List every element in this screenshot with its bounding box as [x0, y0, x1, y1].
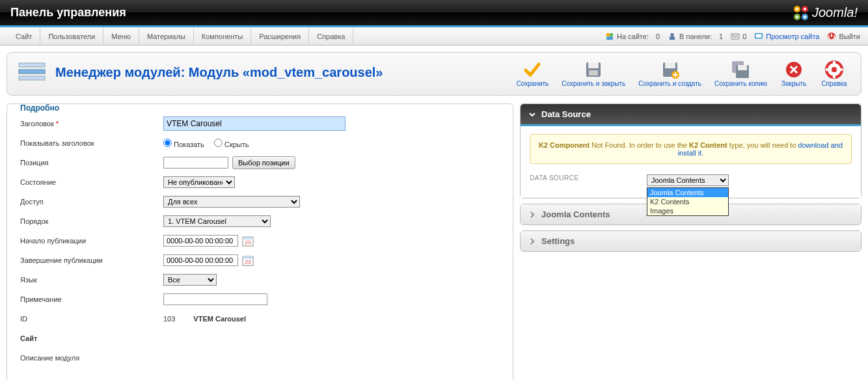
- status-logout[interactable]: Выйти: [827, 32, 860, 41]
- panel-datasource: Data Source K2 Component Not Found. In o…: [520, 103, 861, 198]
- save-icon: [584, 61, 603, 79]
- svg-rect-17: [832, 33, 833, 36]
- menu-help[interactable]: Справка: [309, 28, 353, 45]
- chevron-right-icon: [528, 211, 536, 219]
- svg-rect-29: [738, 65, 747, 70]
- svg-rect-15: [756, 34, 762, 37]
- status-preview[interactable]: Просмотр сайта: [754, 32, 819, 41]
- status-inpanel: В панели: 1: [668, 32, 723, 41]
- svg-point-4: [796, 8, 798, 10]
- status-messages[interactable]: 0: [731, 32, 746, 41]
- menu-extensions[interactable]: Расширения: [251, 28, 309, 45]
- chevron-right-icon: [528, 238, 536, 245]
- menubar-left: Сайт Пользователи Меню Материалы Компоне…: [8, 28, 353, 45]
- value-id: 103: [163, 315, 175, 323]
- svg-point-5: [804, 8, 806, 10]
- input-pubstart[interactable]: [163, 235, 238, 247]
- svg-rect-20: [19, 76, 45, 80]
- toolbar-save-close[interactable]: Сохранить и закрыть: [558, 59, 629, 88]
- toolbar-cancel[interactable]: Закрыть: [776, 59, 811, 88]
- input-note[interactable]: [163, 293, 267, 305]
- datasource-row: DATA SOURCE Joomla Contents Joomla Conte…: [530, 174, 852, 186]
- label-pubstart: Начало публикации: [20, 237, 163, 245]
- preview-link[interactable]: Просмотр сайта: [766, 33, 819, 40]
- help-icon: [825, 61, 843, 79]
- panel-settings: Settings: [520, 230, 861, 252]
- position-select-button[interactable]: Выбор позиции: [232, 156, 295, 169]
- toolbar-save-copy[interactable]: Сохранить копию: [711, 59, 771, 88]
- panel-datasource-head[interactable]: Data Source: [521, 104, 861, 126]
- option-images[interactable]: Images: [647, 206, 728, 215]
- logout-icon: [827, 32, 836, 41]
- input-position[interactable]: [163, 157, 228, 169]
- label-showtitle: Показывать заголовок: [20, 139, 163, 147]
- cancel-icon: [785, 61, 803, 79]
- select-datasource[interactable]: Joomla Contents: [647, 174, 729, 186]
- label-state: Состояние: [20, 178, 163, 186]
- svg-point-35: [832, 67, 837, 72]
- svg-text:23: 23: [245, 259, 251, 265]
- input-title[interactable]: [163, 116, 346, 131]
- svg-text:23: 23: [245, 239, 251, 245]
- accordion: Data Source K2 Component Not Found. In o…: [520, 103, 861, 252]
- toolbar-area: Менеджер модулей: Модуль «mod_vtem_carou…: [7, 52, 861, 96]
- screen-icon: [754, 32, 763, 41]
- label-id: ID: [20, 315, 163, 323]
- details-panel: Подробно Заголовок Показывать заголовок …: [7, 103, 513, 380]
- apply-icon: [523, 61, 541, 79]
- option-k2-contents[interactable]: K2 Contents: [647, 197, 728, 206]
- panel-datasource-body: K2 Component Not Found. In order to use …: [521, 126, 861, 198]
- radio-showtitle: Показать Скрыть: [163, 139, 257, 148]
- svg-rect-10: [606, 36, 614, 40]
- svg-rect-19: [19, 70, 45, 74]
- menu-site[interactable]: Сайт: [8, 28, 40, 45]
- label-title: Заголовок: [20, 120, 163, 128]
- radio-hide[interactable]: [214, 139, 223, 147]
- option-joomla-contents[interactable]: Joomla Contents: [647, 188, 728, 197]
- select-state[interactable]: Не опубликовано: [163, 176, 235, 188]
- panel-settings-head[interactable]: Settings: [521, 231, 861, 251]
- select-lang[interactable]: Все: [163, 274, 217, 286]
- toolbar-help[interactable]: Справка: [817, 59, 852, 88]
- joomla-icon: [793, 5, 809, 21]
- svg-point-9: [610, 33, 613, 36]
- toolbar-save-new[interactable]: Сохранить и создать: [634, 59, 705, 88]
- select-ordering[interactable]: 1. VTEM Carousel: [163, 215, 271, 227]
- menubar-right: На сайте: 0 В панели: 1 0 Просмотр сайта…: [605, 32, 860, 41]
- svg-point-11: [670, 33, 673, 36]
- menu-components[interactable]: Компоненты: [194, 28, 251, 45]
- calendar-icon[interactable]: 23: [242, 254, 254, 266]
- admin-icon: [668, 32, 677, 41]
- main-columns: Подробно Заголовок Показывать заголовок …: [7, 103, 861, 380]
- page-title: Менеджер модулей: Модуль «mod_vtem_carou…: [55, 65, 383, 80]
- datasource-dropdown: Joomla Contents K2 Contents Images: [647, 187, 729, 216]
- menu-content[interactable]: Материалы: [139, 28, 194, 45]
- module-icon: [16, 59, 47, 85]
- label-pubend: Завершение публикации: [20, 256, 163, 264]
- label-site: Сайт: [20, 334, 163, 342]
- value-id-name: VTEM Carousel: [193, 315, 246, 323]
- svg-rect-18: [19, 63, 45, 67]
- calendar-icon[interactable]: 23: [242, 235, 254, 247]
- toolbar-save[interactable]: Сохранить: [513, 59, 553, 88]
- label-lang: Язык: [20, 276, 163, 284]
- menu-menu[interactable]: Меню: [103, 28, 139, 45]
- k2-notice: K2 Component Not Found. In order to use …: [530, 134, 852, 164]
- label-desc: Описание модуля: [20, 354, 163, 362]
- radio-show[interactable]: [163, 139, 172, 147]
- chevron-down-icon: [528, 111, 536, 118]
- svg-point-6: [796, 16, 798, 18]
- menu-users[interactable]: Пользователи: [40, 28, 103, 45]
- svg-rect-12: [670, 36, 675, 40]
- top-header: Панель управления Joomla!: [0, 0, 868, 27]
- save-copy-icon: [731, 61, 750, 79]
- input-pubend[interactable]: [163, 254, 238, 266]
- svg-point-7: [804, 16, 806, 18]
- page-header-title: Панель управления: [10, 6, 126, 20]
- datasource-label: DATA SOURCE: [530, 174, 647, 182]
- svg-point-8: [606, 33, 610, 36]
- save-new-icon: [661, 61, 679, 79]
- select-access[interactable]: Для всех: [163, 196, 300, 208]
- menubar: Сайт Пользователи Меню Материалы Компоне…: [0, 27, 868, 46]
- svg-rect-22: [588, 62, 599, 68]
